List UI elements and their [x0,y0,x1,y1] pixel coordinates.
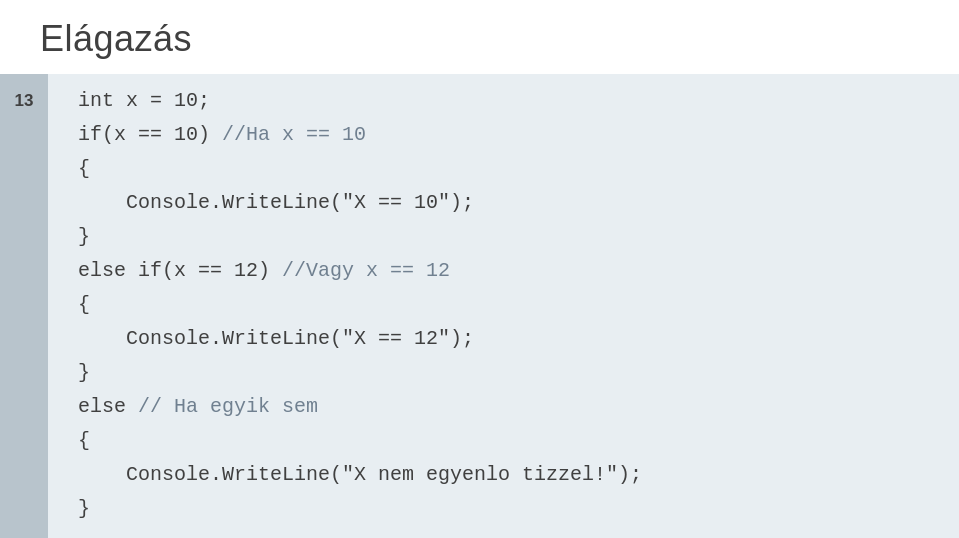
code-text: Console.WriteLine("X nem egyenlo tizzel!… [78,463,642,486]
code-comment: //Vagy x == 12 [282,259,450,282]
code-text: else if(x == 12) [78,259,282,282]
code-line-3: { [78,152,939,186]
code-comment: //Ha x == 10 [222,123,366,146]
page-title: Elágazás [40,18,919,60]
code-line-13: } [78,492,939,526]
line-number: 13 [15,84,34,117]
code-text: int x = 10; [78,89,210,112]
code-line-6: else if(x == 12) //Vagy x == 12 [78,254,939,288]
code-line-7: { [78,288,939,322]
code-text: if(x == 10) [78,123,222,146]
code-text: { [78,429,90,452]
line-number-bar: 13 [0,74,48,538]
code-text: Console.WriteLine("X == 10"); [78,191,474,214]
code-line-4: Console.WriteLine("X == 10"); [78,186,939,220]
code-line-2: if(x == 10) //Ha x == 10 [78,118,939,152]
code-line-8: Console.WriteLine("X == 12"); [78,322,939,356]
code-line-12: Console.WriteLine("X nem egyenlo tizzel!… [78,458,939,492]
code-text: { [78,157,90,180]
code-text: } [78,497,90,520]
page-container: Elágazás 13 int x = 10; if(x == 10) //Ha… [0,0,959,538]
title-section: Elágazás [0,0,959,70]
code-text: } [78,225,90,248]
code-text: { [78,293,90,316]
code-comment: // Ha egyik sem [138,395,318,418]
code-line-5: } [78,220,939,254]
content-area: 13 int x = 10; if(x == 10) //Ha x == 10 … [0,74,959,538]
code-line-10: else // Ha egyik sem [78,390,939,424]
code-text: Console.WriteLine("X == 12"); [78,327,474,350]
code-text: else [78,395,138,418]
code-block: int x = 10; if(x == 10) //Ha x == 10 { C… [48,74,959,538]
code-line-11: { [78,424,939,458]
code-line-1: int x = 10; [78,84,939,118]
code-text: } [78,361,90,384]
code-line-9: } [78,356,939,390]
